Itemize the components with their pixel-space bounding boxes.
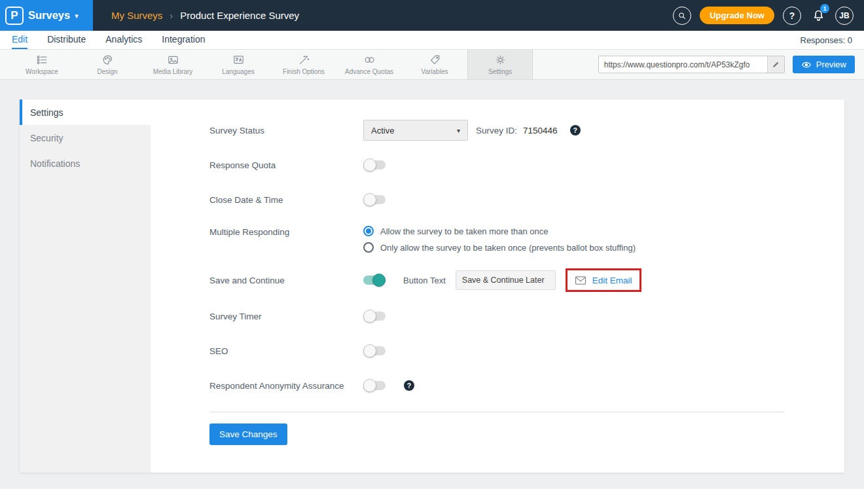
survey-id-label: Survey ID: bbox=[476, 126, 517, 135]
survey-timer-label: Survey Timer bbox=[209, 312, 363, 321]
toolbar-item-languages[interactable]: Languages bbox=[206, 50, 271, 79]
help-button[interactable]: ? bbox=[783, 7, 801, 25]
surveys-product-menu[interactable]: P Surveys ▾ bbox=[0, 0, 93, 31]
workspace-icon bbox=[36, 54, 48, 66]
main-nav: Edit Distribute Analytics Integration Re… bbox=[0, 31, 864, 50]
radio-allow-multiple[interactable]: Allow the survey to be taken more than o… bbox=[363, 226, 636, 236]
media-library-icon bbox=[167, 54, 179, 66]
radio-allow-once[interactable]: Only allow the survey to be taken once (… bbox=[363, 242, 636, 253]
edit-email-link-highlighted[interactable]: Edit Email bbox=[566, 268, 641, 292]
breadcrumb-my-surveys[interactable]: My Surveys bbox=[111, 10, 162, 21]
upgrade-now-button[interactable]: Upgrade Now bbox=[700, 7, 774, 24]
multiple-responding-label: Multiple Responding bbox=[209, 224, 363, 237]
toolbar-item-finish-options[interactable]: Finish Options bbox=[271, 50, 336, 79]
seo-row: SEO bbox=[209, 340, 844, 361]
toolbar-item-media-library[interactable]: Media Library bbox=[140, 50, 206, 79]
survey-status-row: Survey Status Active ▾ Survey ID: 715044… bbox=[209, 120, 844, 141]
toolbar-right: Preview bbox=[598, 50, 864, 79]
survey-status-label: Survey Status bbox=[209, 126, 363, 135]
close-date-label: Close Date & Time bbox=[209, 195, 363, 205]
multiple-responding-row: Multiple Responding Allow the survey to … bbox=[209, 224, 844, 255]
tab-analytics[interactable]: Analytics bbox=[105, 31, 142, 49]
pencil-icon bbox=[772, 60, 780, 69]
advance-quotas-links-icon bbox=[363, 54, 376, 66]
notification-count-badge: 1 bbox=[820, 4, 829, 13]
topbar-actions: Upgrade Now ? 1 JB bbox=[673, 7, 864, 25]
survey-url-input[interactable] bbox=[599, 56, 767, 73]
toolbar-item-advance-quotas[interactable]: Advance Quotas bbox=[336, 50, 402, 79]
radio-selected-icon bbox=[363, 226, 374, 236]
question-mark-icon: ? bbox=[789, 10, 795, 21]
topbar: P Surveys ▾ My Surveys › Product Experie… bbox=[0, 0, 864, 31]
button-text-label: Button Text bbox=[403, 276, 446, 285]
toolbar-item-design[interactable]: Design bbox=[75, 50, 140, 79]
response-quota-label: Response Quota bbox=[209, 160, 363, 170]
breadcrumb-separator-icon: › bbox=[170, 10, 173, 21]
close-date-toggle[interactable] bbox=[363, 195, 386, 204]
sidebar-item-notifications[interactable]: Notifications bbox=[20, 151, 151, 176]
survey-id-value: 7150446 bbox=[523, 126, 558, 135]
response-quota-row: Response Quota bbox=[209, 154, 844, 175]
preview-button[interactable]: Preview bbox=[793, 56, 855, 73]
settings-gear-icon bbox=[494, 54, 507, 66]
survey-id-help-icon[interactable]: ? bbox=[570, 125, 581, 135]
toolbar-item-settings[interactable]: Settings bbox=[467, 50, 533, 79]
edit-toolbar: Workspace Design Media Library Languages… bbox=[0, 50, 864, 80]
responses-count: Responses: 0 bbox=[801, 31, 853, 49]
content-area: Settings Security Notifications Survey S… bbox=[0, 80, 864, 489]
save-continue-toggle[interactable] bbox=[363, 276, 386, 285]
anonymity-label: Respondent Anonymity Assurance bbox=[209, 381, 363, 391]
seo-toggle[interactable] bbox=[363, 346, 386, 355]
edit-url-button[interactable] bbox=[767, 56, 784, 73]
breadcrumb: My Surveys › Product Experience Survey bbox=[111, 10, 299, 21]
search-icon bbox=[677, 11, 687, 20]
survey-timer-row: Survey Timer bbox=[209, 306, 844, 327]
multiple-responding-options: Allow the survey to be taken more than o… bbox=[363, 224, 636, 255]
save-continue-label: Save and Continue bbox=[209, 276, 363, 285]
settings-card: Settings Security Notifications Survey S… bbox=[20, 99, 844, 473]
survey-status-select[interactable]: Active ▾ bbox=[363, 120, 468, 141]
anonymity-toggle[interactable] bbox=[363, 381, 386, 390]
button-text-input[interactable] bbox=[456, 270, 556, 290]
questionpro-logo: P bbox=[5, 7, 24, 25]
envelope-icon bbox=[575, 276, 586, 285]
sidebar-item-settings[interactable]: Settings bbox=[20, 99, 151, 125]
languages-icon bbox=[232, 54, 245, 66]
form-divider bbox=[209, 412, 784, 412]
tab-distribute[interactable]: Distribute bbox=[47, 31, 86, 49]
survey-timer-toggle[interactable] bbox=[363, 312, 386, 321]
save-changes-button[interactable]: Save Changes bbox=[209, 423, 287, 445]
finish-options-wand-icon bbox=[298, 54, 310, 66]
settings-sidebar: Settings Security Notifications bbox=[20, 99, 151, 473]
chevron-down-icon: ▾ bbox=[75, 12, 79, 20]
breadcrumb-current-survey: Product Experience Survey bbox=[180, 10, 299, 21]
tab-edit[interactable]: Edit bbox=[12, 31, 27, 49]
user-avatar[interactable]: JB bbox=[835, 7, 854, 25]
settings-form: Survey Status Active ▾ Survey ID: 715044… bbox=[151, 99, 844, 473]
seo-label: SEO bbox=[209, 346, 363, 356]
close-date-row: Close Date & Time bbox=[209, 189, 844, 210]
eye-icon bbox=[801, 60, 812, 70]
toolbar-item-workspace[interactable]: Workspace bbox=[9, 50, 75, 79]
toolbar-item-variables[interactable]: Variables bbox=[402, 50, 467, 79]
radio-unselected-icon bbox=[363, 242, 374, 253]
search-button[interactable] bbox=[673, 7, 691, 25]
app-name: Surveys bbox=[28, 9, 70, 22]
notifications-button[interactable]: 1 bbox=[810, 7, 827, 24]
sidebar-item-security[interactable]: Security bbox=[20, 125, 151, 151]
save-continue-row: Save and Continue Button Text Edit Email bbox=[209, 268, 844, 292]
tab-integration[interactable]: Integration bbox=[162, 31, 205, 49]
anonymity-row: Respondent Anonymity Assurance ? bbox=[209, 375, 844, 396]
design-palette-icon bbox=[101, 54, 114, 66]
select-caret-icon: ▾ bbox=[457, 127, 460, 134]
variables-tag-icon bbox=[429, 54, 441, 66]
response-quota-toggle[interactable] bbox=[363, 160, 386, 170]
anonymity-help-icon[interactable]: ? bbox=[404, 380, 414, 391]
survey-url-box bbox=[598, 56, 785, 73]
